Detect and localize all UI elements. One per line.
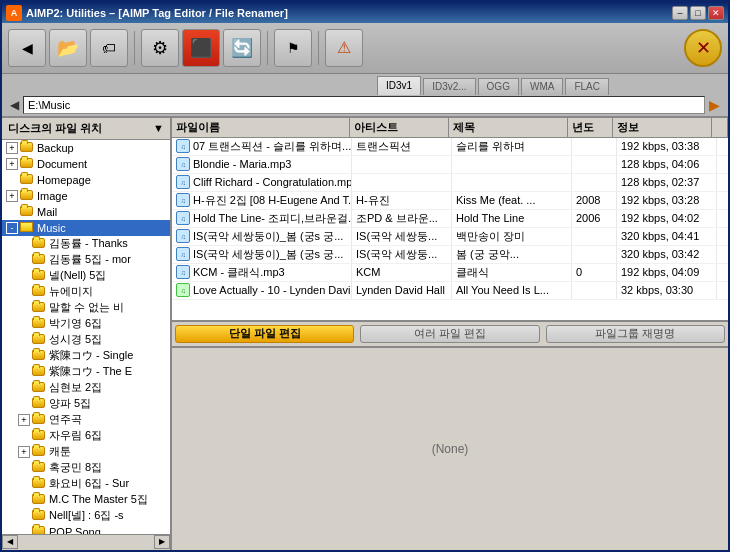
tree-item-document[interactable]: + Document	[2, 156, 170, 172]
tree-item-homepage[interactable]: Homepage	[2, 172, 170, 188]
col-header-artist[interactable]: 아티스트	[350, 118, 449, 137]
tree-item-gimdong1[interactable]: 김동률 - Thanks	[2, 236, 170, 252]
tree-item-bak[interactable]: 박기영 6집	[2, 316, 170, 332]
expand-music[interactable]: -	[6, 222, 18, 234]
cell-filename-1: ♫ Blondie - Maria.mp3	[172, 156, 352, 173]
tag-button[interactable]: 🏷	[90, 29, 128, 67]
path-input[interactable]	[23, 96, 705, 114]
file-row-0[interactable]: ♫ 07 트랜스픽션 - 슬리를 위하며... 트랜스픽션 슬리를 위하며 19…	[172, 138, 728, 156]
tree-item-jawoo[interactable]: 자우림 6집	[2, 428, 170, 444]
tree-item-shinya1[interactable]: 紫陳コウ - Single	[2, 348, 170, 364]
tree-scroll-left-button[interactable]: ◀	[2, 535, 18, 549]
file-tree-scroll[interactable]: + Backup + Document Homepage	[2, 140, 170, 534]
cell-artist-0: 트랜스픽션	[352, 138, 452, 155]
tree-item-gimdong2[interactable]: 김동률 5집 - mor	[2, 252, 170, 268]
tag-editor-panel: (None)	[172, 348, 728, 550]
expand-yeonzuk[interactable]: +	[18, 414, 30, 426]
title-bar: A AIMP2: Utilities – [AIMP Tag Editor / …	[2, 2, 728, 23]
file-row-2[interactable]: ♫ Cliff Richard - Congratulation.mp3 128…	[172, 174, 728, 192]
col-header-info[interactable]: 정보	[613, 118, 712, 137]
file-row-6[interactable]: ♫ IS(국악 세쌍둥이)_봄 (궁s 궁... IS(국악 세쌍둥... 봄 …	[172, 246, 728, 264]
cell-year-7: 0	[572, 264, 617, 281]
tree-item-hwayobi[interactable]: 화요비 6집 - Sur	[2, 476, 170, 492]
exit-button[interactable]: ✕	[684, 29, 722, 67]
file-tree-panel: 디스크의 파일 위치 ▼ + Backup + Document	[2, 118, 172, 550]
settings-button[interactable]: ⚙	[141, 29, 179, 67]
tree-label-gimdong1: 김동률 - Thanks	[49, 236, 128, 251]
expand-kaetum[interactable]: +	[18, 446, 30, 458]
path-go-button[interactable]: ▶	[709, 97, 720, 113]
tree-item-sung[interactable]: 성시경 5집	[2, 332, 170, 348]
cell-year-2	[572, 174, 617, 191]
tree-item-backup[interactable]: + Backup	[2, 140, 170, 156]
path-back-button[interactable]: ◀	[10, 98, 19, 112]
col-header-year[interactable]: 년도	[568, 118, 613, 137]
file-row-8[interactable]: ♫ Love Actually - 10 - Lynden Davi... Ly…	[172, 282, 728, 300]
close-button[interactable]: ✕	[708, 6, 724, 20]
file-list-body[interactable]: ♫ 07 트랜스픽션 - 슬리를 위하며... 트랜스픽션 슬리를 위하며 19…	[172, 138, 728, 320]
tree-label-nell2: Nell[넬] : 6집 -s	[49, 508, 124, 523]
maximize-button[interactable]: □	[690, 6, 706, 20]
folder-icon-malhal	[32, 302, 46, 314]
cell-year-5	[572, 228, 617, 245]
file-row-7[interactable]: ♫ KCM - 클래식.mp3 KCM 클래식 0 192 kbps, 04:0…	[172, 264, 728, 282]
warning-button[interactable]: ⚠	[325, 29, 363, 67]
tree-item-hocgung[interactable]: 혹궁민 8집	[2, 460, 170, 476]
tab-ogg[interactable]: OGG	[478, 78, 519, 95]
file-rename-button[interactable]: 파일그룹 재명명	[546, 325, 725, 343]
folder-icon-pop	[32, 526, 46, 534]
mp3-green-icon-8: ♫	[176, 283, 190, 297]
flag-button[interactable]: ⚑	[274, 29, 312, 67]
file-row-1[interactable]: ♫ Blondie - Maria.mp3 128 kbps, 04:06	[172, 156, 728, 174]
expand-image[interactable]: +	[6, 190, 18, 202]
tree-scroll-track[interactable]	[18, 535, 154, 550]
folder-icon-sung	[32, 334, 46, 346]
cell-artist-4: 조PD & 브라운...	[352, 210, 452, 227]
tree-item-yeonzuk[interactable]: + 연주곡	[2, 412, 170, 428]
tab-id3v1[interactable]: ID3v1	[377, 76, 421, 95]
tree-item-music[interactable]: - Music	[2, 220, 170, 236]
tree-item-image[interactable]: + Image	[2, 188, 170, 204]
tab-flac[interactable]: FLAC	[565, 78, 609, 95]
tree-horizontal-scrollbar[interactable]: ◀ ▶	[2, 534, 170, 550]
expand-backup[interactable]: +	[6, 142, 18, 154]
cell-title-3: Kiss Me (feat. ...	[452, 192, 572, 209]
refresh-button[interactable]: 🔄	[223, 29, 261, 67]
file-row-5[interactable]: ♫ IS(국악 세쌍둥이)_봄 (궁s 궁... IS(국악 세쌍둥... 백만…	[172, 228, 728, 246]
cell-info-1: 128 kbps, 04:06	[617, 156, 717, 173]
tree-item-nell[interactable]: 넬(Nell) 5집	[2, 268, 170, 284]
tree-item-mc[interactable]: M.C The Master 5집	[2, 492, 170, 508]
col-header-title[interactable]: 제목	[449, 118, 568, 137]
tree-item-pop[interactable]: POP Song	[2, 524, 170, 534]
tree-item-mail[interactable]: Mail	[2, 204, 170, 220]
stop-button[interactable]: ⬛	[182, 29, 220, 67]
minimize-button[interactable]: –	[672, 6, 688, 20]
tree-item-yangpa[interactable]: 양파 5집	[2, 396, 170, 412]
cell-filename-7: ♫ KCM - 클래식.mp3	[172, 264, 352, 281]
expand-document[interactable]: +	[6, 158, 18, 170]
tree-item-simhyun[interactable]: 심현보 2집	[2, 380, 170, 396]
tree-item-malhal[interactable]: 말할 수 없는 비	[2, 300, 170, 316]
tree-item-newimage[interactable]: 뉴에미지	[2, 284, 170, 300]
tree-label-mc: M.C The Master 5집	[49, 492, 148, 507]
tree-collapse-icon[interactable]: ▼	[153, 122, 164, 134]
folder-icon-simhyun	[32, 382, 46, 394]
file-row-4[interactable]: ♫ Hold The Line- 조피디,브라운걸... 조PD & 브라운..…	[172, 210, 728, 228]
cell-filename-4: ♫ Hold The Line- 조피디,브라운걸...	[172, 210, 352, 227]
back-button[interactable]: ◀	[8, 29, 46, 67]
tree-scroll-right-button[interactable]: ▶	[154, 535, 170, 549]
single-file-edit-button[interactable]: 단일 파일 편집	[175, 325, 354, 343]
col-header-filename[interactable]: 파일이름	[172, 118, 350, 137]
tab-id3v2[interactable]: ID3v2...	[423, 78, 475, 95]
open-folder-button[interactable]: 📂	[49, 29, 87, 67]
cell-filename-6: ♫ IS(국악 세쌍둥이)_봄 (궁s 궁...	[172, 246, 352, 263]
multi-file-edit-button[interactable]: 여러 파일 편집	[360, 325, 539, 343]
tab-wma[interactable]: WMA	[521, 78, 563, 95]
file-row-3[interactable]: ♫ H-유진 2집 [08 H-Eugene And T... H-유진 Kis…	[172, 192, 728, 210]
tree-item-shinya2[interactable]: 紫陳コウ - The E	[2, 364, 170, 380]
folder-icon-bak	[32, 318, 46, 330]
window-controls: – □ ✕	[672, 6, 724, 20]
tree-item-kaetum[interactable]: + 캐툰	[2, 444, 170, 460]
tree-item-nell2[interactable]: Nell[넬] : 6집 -s	[2, 508, 170, 524]
tree-label-shinya2: 紫陳コウ - The E	[49, 364, 132, 379]
